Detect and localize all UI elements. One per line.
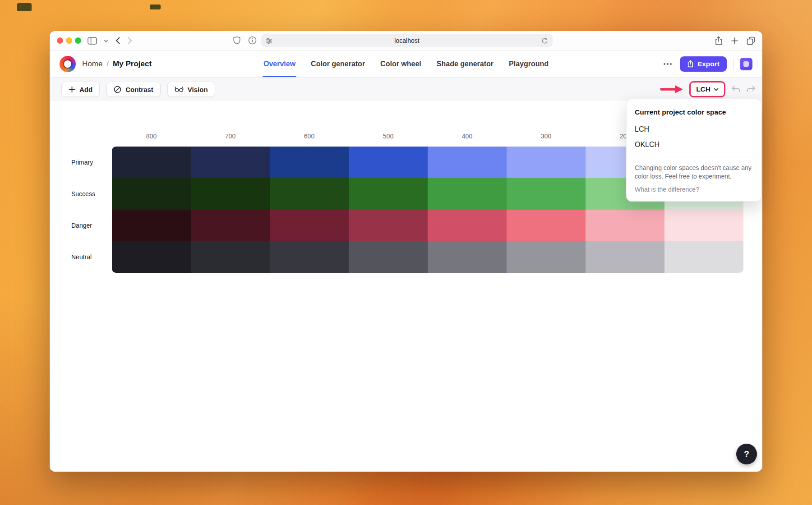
forward-icon[interactable] (127, 37, 133, 45)
dropdown-note: Changing color spaces doesn't cause any … (627, 157, 761, 181)
menubar-artifact (17, 3, 32, 11)
sidebar-icon[interactable] (88, 37, 97, 45)
desktop: localhost H (0, 0, 812, 505)
swatch-primary-600[interactable] (270, 147, 349, 178)
address-bar[interactable]: localhost (261, 34, 553, 47)
swatch-success-800[interactable] (112, 178, 191, 210)
app-logo-icon[interactable] (60, 56, 76, 72)
difference-link[interactable]: What is the difference? (627, 181, 761, 193)
swatch-neutral-300[interactable] (507, 241, 586, 273)
shade-header-300: 300 (507, 133, 586, 147)
breadcrumb-separator: / (106, 60, 109, 69)
breadcrumb-current-project[interactable]: My Project (113, 60, 152, 69)
tabs-overview-icon[interactable] (747, 37, 755, 45)
swatch-neutral-500[interactable] (349, 241, 428, 273)
row-label-success: Success (71, 178, 112, 210)
shade-header-600: 600 (270, 133, 349, 147)
swatch-danger-100[interactable] (664, 210, 743, 241)
help-icon: ? (744, 449, 749, 459)
color-space-dropdown-button[interactable]: LCH (692, 83, 723, 95)
header-divider (733, 58, 734, 70)
info-icon[interactable] (248, 36, 257, 45)
undo-icon[interactable] (731, 85, 741, 94)
tab-playground[interactable]: Playground (509, 50, 549, 77)
chevron-down-icon[interactable] (104, 39, 108, 42)
traffic-lights (57, 37, 81, 44)
export-button[interactable]: Export (680, 56, 727, 72)
swatch-primary-700[interactable] (191, 147, 270, 178)
swatch-success-400[interactable] (428, 178, 507, 210)
row-label-neutral: Neutral (71, 241, 112, 273)
more-options-icon[interactable] (662, 60, 674, 68)
swatch-danger-500[interactable] (349, 210, 428, 241)
color-space-dropdown-panel: Current project color space LCHOKLCH Cha… (626, 99, 761, 202)
swatch-success-500[interactable] (349, 178, 428, 210)
minimize-button[interactable] (66, 37, 72, 44)
swatch-primary-400[interactable] (428, 147, 507, 178)
add-button[interactable]: Add (61, 82, 100, 97)
vision-label: Vision (188, 86, 208, 93)
vision-glasses-icon (175, 86, 184, 92)
swatch-success-300[interactable] (507, 178, 586, 210)
close-button[interactable] (57, 37, 63, 44)
color-space-option-oklch[interactable]: OKLCH (627, 137, 761, 152)
breadcrumb-home[interactable]: Home (82, 60, 102, 69)
color-space-selected-label: LCH (696, 85, 710, 93)
plus-icon (69, 86, 75, 93)
swatch-danger-400[interactable] (428, 210, 507, 241)
swatch-primary-500[interactable] (349, 147, 428, 178)
tab-color-generator[interactable]: Color generator (311, 50, 365, 77)
contrast-button[interactable]: Contrast (106, 82, 161, 97)
redo-icon[interactable] (746, 85, 756, 94)
export-label: Export (697, 60, 720, 68)
zoom-button[interactable] (75, 37, 81, 44)
shade-header-500: 500 (349, 133, 428, 147)
site-settings-icon[interactable] (266, 37, 272, 44)
color-space-option-lch[interactable]: LCH (627, 122, 761, 137)
swatch-danger-200[interactable] (586, 210, 664, 241)
shade-header-700: 700 (191, 133, 270, 147)
url-text[interactable]: localhost (272, 37, 541, 44)
swatch-danger-600[interactable] (270, 210, 349, 241)
add-label: Add (79, 86, 92, 93)
breadcrumb: Home / My Project (82, 60, 152, 69)
swatch-neutral-800[interactable] (112, 241, 191, 273)
app-toolbar: Add Contrast Vision (50, 78, 762, 101)
swatch-neutral-200[interactable] (586, 241, 664, 273)
swatch-success-600[interactable] (270, 178, 349, 210)
swatch-danger-700[interactable] (191, 210, 270, 241)
swatch-primary-300[interactable] (507, 147, 586, 178)
swatch-primary-800[interactable] (112, 147, 191, 178)
swatch-success-700[interactable] (191, 178, 270, 210)
browser-window: localhost H (50, 31, 762, 471)
menubar-artifact (150, 5, 161, 9)
annotation-arrow-icon (660, 84, 684, 94)
contrast-label: Contrast (125, 86, 153, 93)
tab-color-wheel[interactable]: Color wheel (380, 50, 421, 77)
help-button[interactable]: ? (736, 444, 757, 464)
shade-header-400: 400 (428, 133, 507, 147)
swatch-neutral-600[interactable] (270, 241, 349, 273)
annotation-highlight-box: LCH (689, 81, 725, 97)
shield-icon[interactable] (233, 36, 241, 45)
browser-toolbar: localhost (50, 31, 762, 50)
row-label-primary: Primary (71, 147, 112, 178)
swatch-danger-800[interactable] (112, 210, 191, 241)
swatch-neutral-400[interactable] (428, 241, 507, 273)
refresh-icon[interactable] (541, 37, 548, 44)
swatch-neutral-100[interactable] (664, 241, 743, 273)
contrast-icon (114, 86, 121, 93)
tab-shade-generator[interactable]: Shade generator (437, 50, 494, 77)
new-tab-icon[interactable] (731, 37, 738, 45)
back-icon[interactable] (115, 37, 120, 45)
avatar[interactable] (740, 58, 752, 70)
tab-overview[interactable]: Overview (263, 50, 295, 77)
nav-tabs: OverviewColor generatorColor wheelShade … (263, 50, 549, 77)
vision-button[interactable]: Vision (167, 82, 215, 97)
row-label-danger: Danger (71, 210, 112, 241)
share-icon[interactable] (715, 36, 723, 46)
app-header: Home / My Project OverviewColor generato… (50, 50, 762, 78)
swatch-danger-300[interactable] (507, 210, 586, 241)
swatch-neutral-700[interactable] (191, 241, 270, 273)
dropdown-options: LCHOKLCH (627, 122, 761, 152)
